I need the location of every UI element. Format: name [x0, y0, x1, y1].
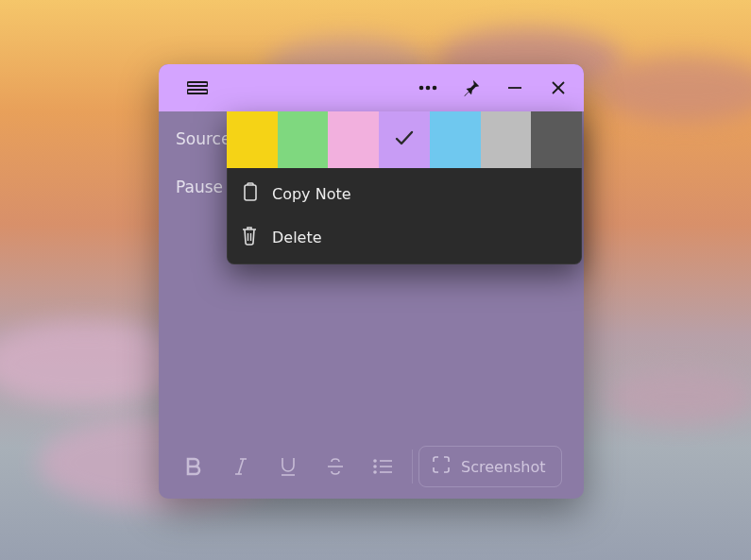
close-button[interactable]	[537, 66, 580, 110]
underline-button[interactable]	[265, 447, 312, 486]
bold-button[interactable]	[170, 447, 217, 486]
delete-label: Delete	[272, 229, 322, 246]
svg-line-10	[239, 459, 244, 474]
screenshot-button[interactable]: Screenshot	[418, 446, 562, 487]
color-swatch-blue[interactable]	[430, 111, 481, 168]
color-swatch-purple[interactable]	[379, 111, 430, 168]
color-swatch-green[interactable]	[278, 111, 329, 168]
svg-point-15	[373, 470, 377, 474]
copy-note-menu-item[interactable]: Copy Note	[227, 172, 582, 215]
screenshot-label: Screenshot	[461, 458, 546, 476]
svg-point-13	[373, 459, 377, 463]
trash-icon	[240, 225, 259, 249]
drag-handle-icon[interactable]	[176, 66, 219, 110]
svg-point-2	[419, 86, 424, 91]
strikethrough-button[interactable]	[312, 447, 359, 486]
copy-icon	[240, 181, 259, 206]
svg-rect-19	[245, 185, 256, 200]
format-toolbar: Screenshot	[159, 436, 584, 499]
italic-button[interactable]	[217, 447, 265, 486]
svg-point-3	[426, 86, 431, 91]
color-swatch-light-gray[interactable]	[481, 111, 532, 168]
color-swatch-pink[interactable]	[328, 111, 379, 168]
color-swatch-yellow[interactable]	[227, 111, 278, 168]
bullet-list-button[interactable]	[359, 447, 406, 486]
delete-menu-item[interactable]: Delete	[227, 215, 582, 259]
svg-rect-0	[187, 82, 208, 86]
titlebar	[159, 64, 584, 111]
toolbar-separator	[412, 450, 413, 484]
svg-rect-1	[187, 90, 208, 93]
svg-point-14	[373, 465, 377, 468]
screenshot-icon	[431, 454, 452, 479]
minimize-button[interactable]	[493, 66, 537, 110]
more-menu-button[interactable]	[406, 66, 450, 110]
color-picker-row	[227, 111, 582, 168]
note-options-popup: Copy Note Delete	[227, 111, 582, 264]
copy-note-label: Copy Note	[272, 185, 351, 203]
svg-point-4	[433, 86, 437, 91]
pin-button[interactable]	[450, 66, 493, 110]
color-swatch-dark-gray[interactable]	[531, 111, 582, 168]
check-icon	[392, 126, 417, 154]
